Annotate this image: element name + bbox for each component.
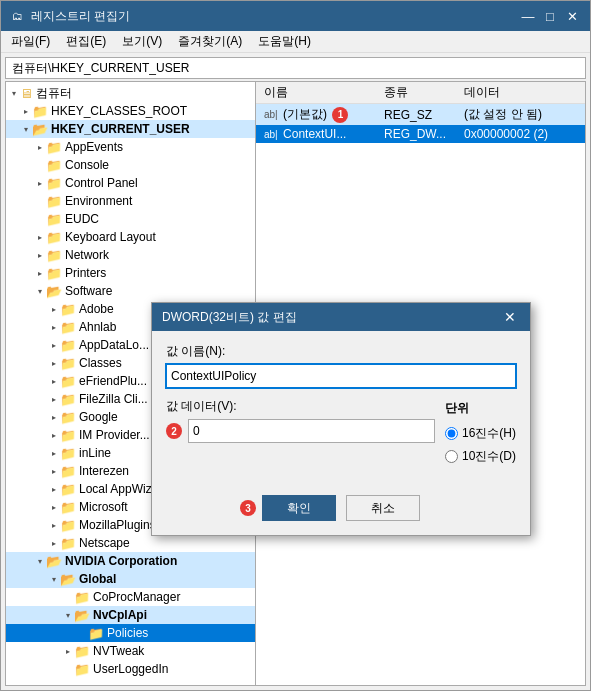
expand-icon-nvcplapi[interactable]: ▾ [62, 609, 74, 621]
menu-edit[interactable]: 편집(E) [60, 31, 112, 52]
value-type-icon-1: ab| [264, 109, 278, 120]
expand-icon-classes[interactable]: ▸ [48, 357, 60, 369]
expand-icon-printers[interactable]: ▸ [34, 267, 46, 279]
tree-item-hkcr[interactable]: ▸ 📁 HKEY_CLASSES_ROOT [6, 102, 255, 120]
folder-icon-microsoft: 📁 [60, 500, 76, 515]
expand-icon-global[interactable]: ▾ [48, 573, 60, 585]
radio-hex[interactable]: 16진수(H) [445, 425, 516, 442]
expand-icon-netscape[interactable]: ▸ [48, 537, 60, 549]
close-button[interactable]: ✕ [562, 6, 582, 26]
tree-label-environment: Environment [65, 194, 132, 208]
table-row[interactable]: ab| (기본값) 1 REG_SZ (값 설정 안 됨) [256, 104, 585, 126]
tree-item-nvcplapi[interactable]: ▾ 📂 NvCplApi [6, 606, 255, 624]
tree-item-console[interactable]: 📁 Console [6, 156, 255, 174]
col-header-type[interactable]: 종류 [376, 82, 456, 104]
expand-icon-appevents[interactable]: ▸ [34, 141, 46, 153]
tree-item-printers[interactable]: ▸ 📁 Printers [6, 264, 255, 282]
expand-icon-software[interactable]: ▾ [34, 285, 46, 297]
folder-icon-software: 📂 [46, 284, 62, 299]
expand-icon-coprocmanager [62, 591, 74, 603]
expand-icon-google[interactable]: ▸ [48, 411, 60, 423]
expand-icon-nvidia[interactable]: ▾ [34, 555, 46, 567]
registry-table: 이름 종류 데이터 ab| (기본값) 1 REG_SZ (값 설 [256, 82, 585, 143]
tree-label-netscape: Netscape [79, 536, 130, 550]
tree-item-keyboardlayout[interactable]: ▸ 📁 Keyboard Layout [6, 228, 255, 246]
expand-icon-ahnlab[interactable]: ▸ [48, 321, 60, 333]
tree-item-controlpanel[interactable]: ▸ 📁 Control Panel [6, 174, 255, 192]
expand-icon-nvtweak[interactable]: ▸ [62, 645, 74, 657]
tree-item-userloggedin[interactable]: 📁 UserLoggedIn [6, 660, 255, 678]
menu-favorites[interactable]: 즐겨찾기(A) [172, 31, 248, 52]
expand-icon-appdatalo[interactable]: ▸ [48, 339, 60, 351]
folder-icon-network: 📁 [46, 248, 62, 263]
dialog-title-text: DWORD(32비트) 값 편집 [162, 309, 297, 326]
folder-icon-eudc: 📁 [46, 212, 62, 227]
expand-icon-keyboardlayout[interactable]: ▸ [34, 231, 46, 243]
tree-item-computer[interactable]: ▾ 🖥 컴퓨터 [6, 84, 255, 102]
expand-icon-interezen[interactable]: ▸ [48, 465, 60, 477]
cancel-button[interactable]: 취소 [346, 495, 420, 521]
minimize-button[interactable]: — [518, 6, 538, 26]
tree-label-userloggedin: UserLoggedIn [93, 662, 168, 676]
tree-item-coprocmanager[interactable]: 📁 CoProcManager [6, 588, 255, 606]
expand-icon-controlpanel[interactable]: ▸ [34, 177, 46, 189]
folder-icon-ahnlab: 📁 [60, 320, 76, 335]
menu-file[interactable]: 파일(F) [5, 31, 56, 52]
radio-dec[interactable]: 10진수(D) [445, 448, 516, 465]
tree-item-hkcu[interactable]: ▾ 📂 HKEY_CURRENT_USER [6, 120, 255, 138]
confirm-button[interactable]: 확인 [262, 495, 336, 521]
tree-item-netscape[interactable]: ▸ 📁 Netscape [6, 534, 255, 552]
tree-label-google: Google [79, 410, 118, 424]
window-title: 레지스트리 편집기 [31, 8, 130, 25]
table-row[interactable]: ab| ContextUI... REG_DW... 0x00000002 (2… [256, 125, 585, 143]
menu-help[interactable]: 도움말(H) [252, 31, 317, 52]
cell-data-2: 0x00000002 (2) [456, 125, 585, 143]
tree-item-environment[interactable]: 📁 Environment [6, 192, 255, 210]
tree-item-software[interactable]: ▾ 📂 Software [6, 282, 255, 300]
tree-item-nvidia[interactable]: ▾ 📂 NVIDIA Corporation [6, 552, 255, 570]
maximize-button[interactable]: □ [540, 6, 560, 26]
folder-icon-coprocmanager: 📁 [74, 590, 90, 605]
tree-label-hkcu: HKEY_CURRENT_USER [51, 122, 190, 136]
expand-icon-mozillaplugins[interactable]: ▸ [48, 519, 60, 531]
expand-icon-localappwizard[interactable]: ▸ [48, 483, 60, 495]
app-icon: 🗂 [9, 8, 25, 24]
expand-icon-hkcr[interactable]: ▸ [20, 105, 32, 117]
expand-icon-hkcu[interactable]: ▾ [20, 123, 32, 135]
tree-label-nvtweak: NVTweak [93, 644, 144, 658]
expand-icon-computer[interactable]: ▾ [8, 87, 20, 99]
tree-item-nvtweak[interactable]: ▸ 📁 NVTweak [6, 642, 255, 660]
menu-view[interactable]: 보기(V) [116, 31, 168, 52]
col-header-name[interactable]: 이름 [256, 82, 376, 104]
dialog-close-button[interactable]: ✕ [500, 307, 520, 327]
folder-icon-localappwizard: 📁 [60, 482, 76, 497]
tree-item-policies[interactable]: 📁 Policies [6, 624, 255, 642]
tree-label-appdatalo: AppDataLo... [79, 338, 149, 352]
radio-dec-input[interactable] [445, 450, 458, 463]
cell-name-2: ab| ContextUI... [256, 125, 376, 143]
expand-icon-inline[interactable]: ▸ [48, 447, 60, 459]
confirm-wrap: 3 확인 [262, 495, 336, 521]
col-header-data[interactable]: 데이터 [456, 82, 585, 104]
value-name-input[interactable] [166, 364, 516, 388]
expand-icon-adobe[interactable]: ▸ [48, 303, 60, 315]
tree-label-coprocmanager: CoProcManager [93, 590, 180, 604]
unit-group: 단위 16진수(H) 10진수(D) [445, 398, 516, 465]
tree-item-network[interactable]: ▸ 📁 Network [6, 246, 255, 264]
data-badge: 2 [166, 423, 182, 439]
folder-icon-global: 📂 [60, 572, 76, 587]
tree-item-global[interactable]: ▾ 📂 Global [6, 570, 255, 588]
value-data-input[interactable] [188, 419, 435, 443]
expand-icon-efriendplu[interactable]: ▸ [48, 375, 60, 387]
expand-icon-filezilla[interactable]: ▸ [48, 393, 60, 405]
folder-icon-efriendplu: 📁 [60, 374, 76, 389]
folder-icon-nvtweak: 📁 [74, 644, 90, 659]
expand-icon-improvider[interactable]: ▸ [48, 429, 60, 441]
expand-icon-microsoft[interactable]: ▸ [48, 501, 60, 513]
radio-hex-input[interactable] [445, 427, 458, 440]
tree-label-computer: 컴퓨터 [36, 85, 72, 102]
expand-icon-network[interactable]: ▸ [34, 249, 46, 261]
tree-item-appevents[interactable]: ▸ 📁 AppEvents [6, 138, 255, 156]
tree-item-eudc[interactable]: 📁 EUDC [6, 210, 255, 228]
row-value-name-2: ContextUI... [283, 127, 346, 141]
